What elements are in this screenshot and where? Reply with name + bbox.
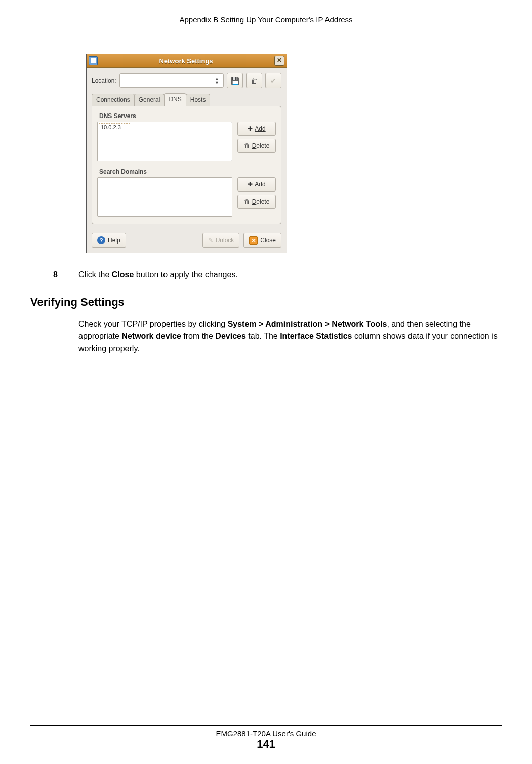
trash-icon: 🗑 — [244, 142, 250, 149]
page-footer: EMG2881-T20A User's Guide 141 — [30, 725, 502, 751]
close-button[interactable]: ✕ Close — [243, 233, 281, 248]
header-rule — [30, 28, 502, 28]
tab-strip: Connections General DNS Hosts — [87, 93, 287, 106]
floppy-icon: 💾 — [231, 77, 239, 85]
page-number: 141 — [30, 738, 502, 751]
tab-general[interactable]: General — [134, 94, 165, 106]
help-label: Help — [108, 237, 120, 244]
window-app-icon — [89, 56, 98, 65]
dialog-footer: ? Help ✎ Unlock ✕ Close — [87, 228, 287, 253]
dns-add-label: Add — [255, 125, 265, 132]
add-icon: ✚ — [248, 181, 253, 188]
window-close-icon[interactable]: ✕ — [274, 56, 284, 66]
search-add-label: Add — [255, 181, 265, 188]
screenshot-figure: Network Settings ✕ Location: ▲▼ 💾 🗑 ✔ Co… — [86, 54, 502, 253]
key-icon: ✎ — [208, 237, 213, 244]
dns-servers-label: DNS Servers — [99, 112, 276, 120]
tab-hosts[interactable]: Hosts — [186, 94, 211, 106]
trash-icon: 🗑 — [251, 77, 258, 85]
page-header: Appendix B Setting Up Your Computer's IP… — [30, 15, 502, 28]
tab-dns[interactable]: DNS — [164, 93, 186, 106]
footer-guide-title: EMG2881-T20A User's Guide — [30, 729, 502, 738]
network-settings-dialog: Network Settings ✕ Location: ▲▼ 💾 🗑 ✔ Co… — [86, 54, 287, 253]
check-icon: ✔ — [270, 77, 276, 85]
dns-server-entry[interactable]: 10.0.2.3 — [99, 123, 130, 131]
location-label: Location: — [92, 77, 116, 84]
add-icon: ✚ — [248, 125, 253, 132]
apply-location-button[interactable]: ✔ — [265, 73, 281, 88]
dns-tab-panel: DNS Servers 10.0.2.3 ✚ Add 🗑 Delete — [92, 106, 281, 224]
delete-location-button[interactable]: 🗑 — [246, 73, 262, 88]
verifying-settings-heading: Verifying Settings — [30, 296, 502, 309]
tab-connections[interactable]: Connections — [92, 94, 135, 106]
help-icon: ? — [97, 236, 105, 244]
unlock-label: Unlock — [216, 237, 234, 244]
footer-rule — [30, 725, 502, 726]
close-icon: ✕ — [249, 236, 258, 245]
close-label: Close — [260, 237, 276, 244]
dns-servers-list[interactable]: 10.0.2.3 — [97, 122, 232, 161]
titlebar: Network Settings ✕ — [87, 54, 287, 68]
verifying-settings-paragraph: Check your TCP/IP properties by clicking… — [78, 318, 502, 355]
dns-delete-label: Delete — [252, 142, 270, 149]
search-add-button[interactable]: ✚ Add — [237, 177, 276, 192]
search-delete-label: Delete — [252, 198, 270, 205]
dns-delete-button[interactable]: 🗑 Delete — [237, 139, 276, 153]
dns-add-button[interactable]: ✚ Add — [237, 122, 276, 136]
location-select[interactable]: ▲▼ — [119, 73, 224, 88]
unlock-button: ✎ Unlock — [202, 233, 240, 248]
save-location-button[interactable]: 💾 — [227, 73, 243, 88]
step-number: 8 — [53, 269, 78, 281]
search-domains-label: Search Domains — [99, 168, 276, 175]
help-button[interactable]: ? Help — [92, 233, 126, 248]
trash-icon: 🗑 — [244, 198, 250, 205]
window-title: Network Settings — [98, 57, 274, 65]
search-delete-button[interactable]: 🗑 Delete — [237, 195, 276, 209]
step-8: 8Click the Close button to apply the cha… — [53, 269, 502, 281]
search-domains-list[interactable] — [97, 177, 232, 217]
location-toolbar: Location: ▲▼ 💾 🗑 ✔ — [87, 68, 287, 91]
